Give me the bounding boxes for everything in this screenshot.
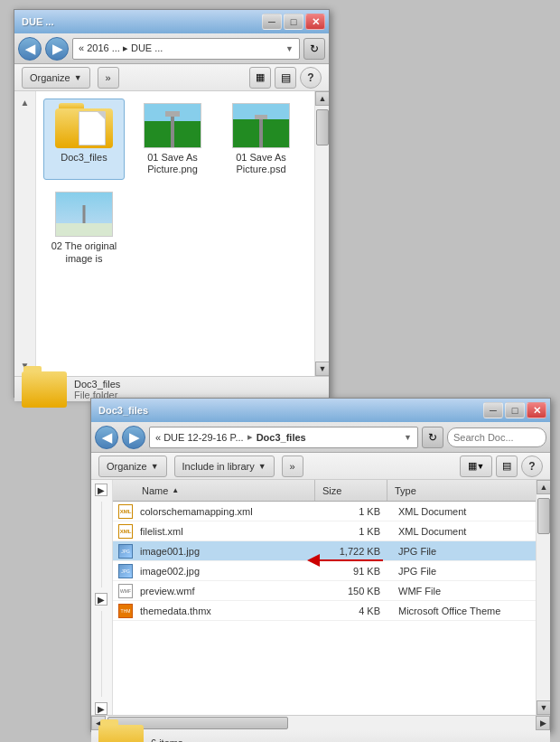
tree-expand-1[interactable]: ▶ (95, 484, 107, 496)
scroll-thumb-2[interactable] (537, 498, 550, 534)
table-row[interactable]: JPG image001.jpg 1,722 KB JPG File (113, 541, 536, 561)
scroll-up-button-2[interactable]: ▲ (537, 480, 550, 494)
status-folder-icon-2 (98, 725, 144, 743)
more-button-2[interactable]: » (282, 456, 303, 477)
organize-dropdown-icon: ▼ (74, 73, 82, 82)
organize-button-2[interactable]: Organize ▼ (98, 456, 167, 477)
toolbar-2: Organize ▼ Include in library ▼ » ▦ ▼ ▤ … (91, 453, 550, 480)
light-shape (165, 111, 180, 117)
status-name: Doc3_files (74, 379, 120, 390)
window1: DUE ... ─ □ ✕ ◀ ▶ « 2016 ... ▸ DUE ... ▼… (14, 9, 330, 398)
address-part1: « DUE 12-29-16 P... (155, 432, 244, 443)
back-button-2[interactable]: ◀ (95, 426, 118, 449)
help-icon-2: ? (528, 460, 535, 473)
file-size-cell: 1,722 KB (319, 546, 391, 557)
view-button-1[interactable]: ▦ (249, 67, 271, 89)
help-button-1[interactable]: ? (300, 67, 322, 89)
organize-dropdown-icon-2: ▼ (151, 462, 159, 471)
folder-body (55, 108, 113, 148)
refresh-button-1[interactable]: ↻ (303, 38, 325, 60)
maximize-button-2[interactable]: □ (505, 402, 525, 418)
minimize-button-1[interactable]: ─ (262, 14, 282, 30)
scroll-down-button[interactable]: ▼ (315, 362, 329, 376)
file-type-cell: XML Document (391, 526, 536, 537)
forward-arrow-icon: ▶ (52, 42, 62, 56)
help-button-2[interactable]: ? (521, 456, 543, 477)
col-header-name[interactable]: Name ▲ (135, 480, 315, 501)
file-icon: JPG (117, 564, 135, 578)
folder-doc (79, 111, 106, 146)
scroll-track-2[interactable] (537, 494, 550, 700)
view-dropdown-button[interactable]: ▦ ▼ (460, 456, 492, 477)
file-name-cell: filelist.xml (138, 526, 319, 537)
file-name-cell: colorschemamapping.xml (138, 506, 319, 517)
outdoor-image (145, 104, 201, 147)
col-header-type[interactable]: Type (387, 480, 536, 501)
nav-bar-2: ◀ ▶ « DUE 12-29-16 P... ▸ Doc3_files ▼ ↻ (91, 422, 550, 453)
file-name: 01 Save As Picture.png (136, 152, 209, 175)
image-thumbnail (55, 192, 113, 237)
address-dropdown-icon[interactable]: ▼ (285, 44, 294, 53)
forward-button-1[interactable]: ▶ (45, 37, 69, 61)
refresh-button-2[interactable]: ↻ (422, 427, 443, 448)
refresh-icon-2: ↻ (428, 431, 437, 444)
back-arrow-icon-2: ◀ (102, 430, 112, 445)
forward-button-2[interactable]: ▶ (122, 426, 145, 449)
jpg-icon: JPG (118, 544, 133, 559)
more-button-1[interactable]: » (98, 67, 119, 89)
close-button-2[interactable]: ✕ (527, 402, 546, 418)
table-row[interactable]: JPG image002.jpg 91 KB JPG File (113, 561, 536, 581)
organize-button-1[interactable]: Organize ▼ (22, 67, 90, 89)
help-icon-1: ? (307, 71, 313, 84)
file-name-cell: preview.wmf (138, 586, 319, 596)
window1-title: DUE ... (22, 16, 53, 27)
tree-expand-3[interactable]: ▶ (95, 702, 107, 715)
table-row[interactable]: XML colorschemamapping.xml 1 KB XML Docu… (113, 502, 536, 521)
h-scroll-track[interactable] (106, 716, 536, 730)
maximize-button-1[interactable]: □ (284, 14, 303, 30)
h-scrollbar: ◀ ▶ (91, 715, 550, 729)
file-size-cell: 1 KB (319, 506, 391, 517)
file-size-cell: 4 KB (319, 606, 391, 616)
folder-icon (55, 103, 113, 148)
list-item[interactable]: 02 The original image is (43, 187, 125, 268)
side-panel-1: ▲ ▼ (14, 91, 36, 376)
col-type-label: Type (395, 485, 416, 496)
col-header-size[interactable]: Size (315, 480, 387, 501)
tree-expand-2[interactable]: ▶ (95, 593, 107, 606)
list-item[interactable]: 01 Save As Picture.psd (220, 99, 302, 180)
scroll-thumb[interactable] (316, 109, 329, 146)
scroll-track[interactable] (315, 106, 329, 362)
image-thumbnail (232, 103, 290, 148)
table-row[interactable]: THM themedata.thmx 4 KB Microsoft Office… (113, 601, 536, 621)
address-dropdown-icon-2[interactable]: ▼ (404, 433, 412, 442)
list-item[interactable]: 01 Save As Picture.png (132, 99, 213, 180)
window2-title: Doc3_files (98, 405, 148, 416)
side-up-icon[interactable]: ▲ (18, 95, 33, 109)
back-button-1[interactable]: ◀ (18, 37, 42, 61)
pane-button-2[interactable]: ▤ (496, 456, 518, 477)
content-area-1: ▲ ▼ Doc3_files (14, 91, 329, 376)
minimize-button-2[interactable]: ─ (483, 402, 503, 418)
search-input[interactable] (453, 432, 560, 443)
col-size-label: Size (322, 485, 341, 496)
close-button-1[interactable]: ✕ (305, 14, 325, 30)
pane-icon-1: ▤ (281, 71, 291, 84)
column-headers: Name ▲ Size Type (113, 480, 536, 502)
scroll-down-button-2[interactable]: ▼ (537, 700, 550, 715)
table-row[interactable]: XML filelist.xml 1 KB XML Document (113, 521, 536, 541)
include-button[interactable]: Include in library ▼ (174, 456, 275, 477)
table-row[interactable]: WMF preview.wmf 150 KB WMF File (113, 581, 536, 601)
xml-icon: XML (118, 504, 133, 519)
scroll-up-button[interactable]: ▲ (315, 91, 329, 106)
list-item[interactable]: Doc3_files (43, 99, 125, 180)
pane-button-1[interactable]: ▤ (275, 67, 296, 89)
address-bar-1[interactable]: « 2016 ... ▸ DUE ... ▼ (72, 38, 300, 60)
h-scroll-right-button[interactable]: ▶ (536, 716, 550, 730)
content-area-2: ▶ ▶ ▶ Name ▲ Size Type (91, 480, 550, 715)
address-text-1: « 2016 ... ▸ DUE ... (79, 42, 163, 54)
address-bar-2[interactable]: « DUE 12-29-16 P... ▸ Doc3_files ▼ (149, 427, 418, 448)
file-icon: JPG (117, 544, 135, 559)
wmf-icon: WMF (118, 584, 133, 598)
file-icon: XML (117, 504, 135, 519)
